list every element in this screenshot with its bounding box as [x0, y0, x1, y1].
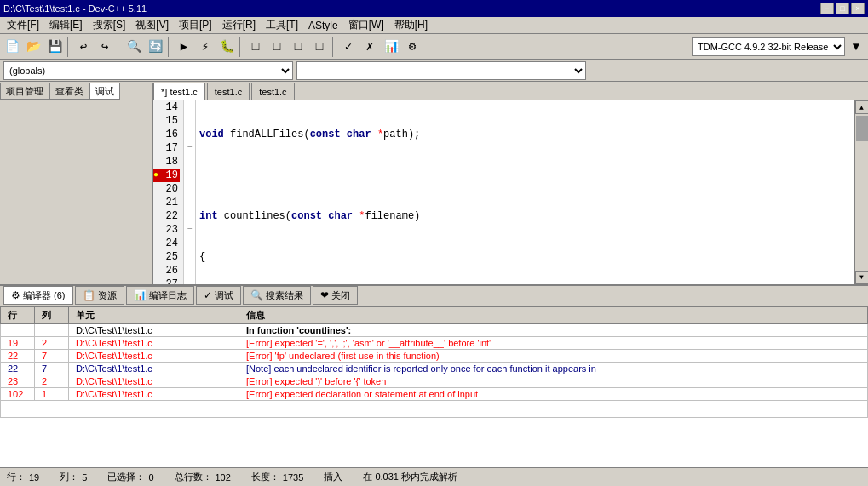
code-area[interactable]: 14 15 16 17 18 ●19 20 21 22 23 24 25 26 …: [153, 100, 854, 284]
code-line-14: void findALLFiles(const char *path);: [199, 128, 851, 141]
linenum-16: 16: [153, 128, 180, 141]
table-row-empty: [1, 400, 868, 417]
status-length-val: 1735: [283, 472, 303, 483]
minimize-button[interactable]: −: [820, 3, 834, 14]
editor-main: 14 15 16 17 18 ●19 20 21 22 23 24 25 26 …: [0, 100, 868, 284]
compiler-arrow[interactable]: ▼: [846, 37, 866, 57]
table-row[interactable]: 19 2 D:\C\Test\1\test1.c [Error] expecte…: [1, 336, 868, 349]
btab-compile-log[interactable]: 📊 编译日志: [126, 286, 194, 305]
menu-item-窗口W[interactable]: 窗口[W]: [343, 17, 389, 33]
maximize-button[interactable]: □: [836, 3, 849, 14]
separator2: [118, 37, 121, 57]
function-combo[interactable]: [296, 61, 586, 80]
tab-debug[interactable]: 调试: [89, 83, 120, 100]
table-row[interactable]: 102 1 D:\C\Test\1\test1.c [Error] expect…: [1, 387, 868, 400]
menu-item-AStyle[interactable]: AStyle: [303, 17, 343, 33]
col-col: 列: [35, 306, 69, 323]
menu-item-运行R[interactable]: 运行[R]: [217, 17, 261, 33]
menu-item-文件F[interactable]: 文件[F]: [2, 17, 44, 33]
err-row-2-row: 22: [1, 349, 35, 362]
code-container[interactable]: 14 15 16 17 18 ●19 20 21 22 23 24 25 26 …: [153, 100, 854, 284]
vscrollbar[interactable]: ▲ ▼: [854, 100, 868, 284]
status-col-val: 5: [82, 472, 87, 483]
tb-btn3[interactable]: □: [288, 37, 308, 57]
menubar: 文件[F]编辑[E]搜索[S]视图[V]项目[P]运行[R]工具[T]AStyl…: [0, 17, 868, 34]
table-row[interactable]: D:\C\Test\1\test1.c In function 'countli…: [1, 323, 868, 336]
compile-button[interactable]: ▶: [174, 37, 194, 57]
titlebar: D:\C\Test\1\test1.c - Dev-C++ 5.11 − □ ×: [0, 0, 868, 17]
btab-close[interactable]: ❤ 关闭: [313, 286, 358, 305]
find-button[interactable]: 🔍: [124, 37, 144, 57]
tab-bar: 项目管理 查看类 调试 *] test1.c test1.c test1.c: [0, 82, 868, 100]
status-row-label: 行：: [7, 471, 26, 483]
toolbar: 📄 📂 💾 ↩ ↪ 🔍 🔄 ▶ ⚡ 🐛 □ □ □ □ ✓ ✗ 📊 ⚙ TDM-…: [0, 34, 868, 60]
btab-debugtab[interactable]: ✓ 调试: [196, 286, 241, 305]
linenum-15: 15: [153, 114, 180, 128]
btab-search-label: 搜索结果: [266, 289, 303, 302]
bottom-section: ⚙ 编译器 (6) 📋 资源 📊 编译日志 ✓ 调试 🔍 搜索结果 ❤ 关闭: [0, 284, 868, 468]
new-button[interactable]: 📄: [2, 37, 22, 57]
scroll-thumb[interactable]: [856, 116, 868, 141]
btab-resources[interactable]: 📋 资源: [75, 286, 124, 305]
linenum-21: 21: [153, 196, 180, 209]
tb-btn8[interactable]: ⚙: [402, 37, 423, 57]
err-row-4-unit: D:\C\Test\1\test1.c: [69, 375, 239, 387]
tb-btn7[interactable]: 📊: [381, 37, 401, 57]
code-line-16: int countlines(const char *filename): [199, 209, 851, 223]
table-row[interactable]: 23 2 D:\C\Test\1\test1.c [Error] expecte…: [1, 375, 868, 387]
debug-button[interactable]: 🐛: [216, 37, 237, 57]
menu-item-编辑E[interactable]: 编辑[E]: [44, 17, 88, 33]
fold-17[interactable]: −: [184, 141, 195, 155]
table-row[interactable]: 22 7 D:\C\Test\1\test1.c [Note] each und…: [1, 362, 868, 375]
close-button[interactable]: ×: [851, 3, 865, 14]
tab-test1c-1[interactable]: test1.c: [207, 83, 250, 100]
tb-btn1[interactable]: □: [245, 37, 266, 57]
compiler-combo[interactable]: TDM-GCC 4.9.2 32-bit Release: [692, 37, 845, 56]
menu-item-视图V[interactable]: 视图[V]: [130, 17, 174, 33]
statusbar: 行： 19 列： 5 已选择： 0 总行数： 102 长度： 1735 插入 在…: [0, 467, 868, 486]
status-row-val: 19: [29, 472, 39, 483]
tab-test1c-2[interactable]: test1.c: [251, 83, 294, 100]
err-row-1-msg: [Error] expected '=', ',', ';', 'asm' or…: [239, 336, 868, 349]
tb-btn2[interactable]: □: [267, 37, 287, 57]
btab-debug-label: 调试: [215, 289, 233, 302]
menu-item-帮助H[interactable]: 帮助[H]: [389, 17, 433, 33]
table-row[interactable]: 22 7 D:\C\Test\1\test1.c [Error] 'fp' un…: [1, 349, 868, 362]
redo-button[interactable]: ↪: [95, 37, 115, 57]
tb-btn5[interactable]: ✓: [338, 37, 359, 57]
tab-classes[interactable]: 查看类: [49, 83, 89, 100]
err-row-5-col: 1: [35, 387, 69, 400]
tab-test1c-modified[interactable]: *] test1.c: [153, 83, 205, 100]
run-button[interactable]: ⚡: [195, 37, 216, 57]
replace-button[interactable]: 🔄: [145, 37, 165, 57]
tab-project[interactable]: 项目管理: [0, 83, 49, 100]
col-unit: 单元: [69, 306, 239, 323]
left-tab-group: 项目管理 查看类 调试: [0, 83, 153, 100]
err-row-3-col: 7: [35, 362, 69, 375]
btab-compilelog-label: 编译日志: [149, 289, 187, 302]
tb-btn4[interactable]: □: [309, 37, 330, 57]
menu-item-项目P[interactable]: 项目[P]: [174, 17, 217, 33]
status-col-label: 列：: [60, 471, 78, 483]
menu-item-工具T[interactable]: 工具[T]: [261, 17, 303, 33]
search-icon: 🔍: [250, 289, 263, 301]
btab-search[interactable]: 🔍 搜索结果: [243, 286, 311, 305]
scroll-up[interactable]: ▲: [855, 100, 869, 114]
close-tab-icon: ❤: [320, 289, 329, 301]
globals-combo[interactable]: (globals): [3, 61, 293, 80]
err-row-4-col: 2: [35, 375, 69, 387]
linenum-26: 26: [153, 264, 180, 277]
error-table[interactable]: 行 列 单元 信息 D:\C\Test\1\test1.c In functio…: [0, 306, 868, 468]
code-content[interactable]: void findALLFiles(const char *path); int…: [196, 100, 854, 284]
open-button[interactable]: 📂: [23, 37, 43, 57]
line-numbers: 14 15 16 17 18 ●19 20 21 22 23 24 25 26 …: [153, 100, 184, 284]
btab-compiler[interactable]: ⚙ 编译器 (6): [3, 286, 73, 305]
menu-item-搜索S[interactable]: 搜索[S]: [88, 17, 131, 33]
save-button[interactable]: 💾: [44, 37, 65, 57]
compiler-icon: ⚙: [11, 289, 20, 301]
err-row-4-msg: [Error] expected ')' before '{' token: [239, 375, 868, 387]
fold-23[interactable]: −: [184, 223, 195, 237]
undo-button[interactable]: ↩: [73, 37, 94, 57]
scroll-down[interactable]: ▼: [855, 271, 869, 284]
tb-btn6[interactable]: ✗: [359, 37, 380, 57]
